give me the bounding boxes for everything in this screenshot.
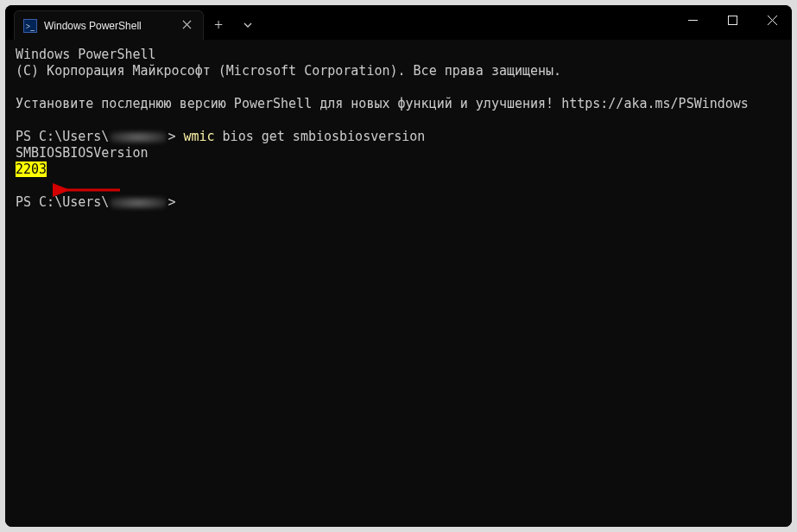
t-line-4: Установите последнюю версию PowerShell д… <box>16 96 749 111</box>
svg-rect-4 <box>728 16 737 24</box>
tab-powershell[interactable]: >_ Windows PowerShell <box>14 10 204 40</box>
command-args: bios get smbiosbiosversion <box>215 129 426 144</box>
terminal-area[interactable]: Windows PowerShell (C) Корпорация Майкро… <box>5 40 792 527</box>
t-line-2: (C) Корпорация Майкрософт (Microsoft Cor… <box>16 63 561 79</box>
redacted-username <box>111 131 166 143</box>
prompt2-prefix: PS C:\Users\ <box>16 194 109 210</box>
screenshot-frame: >_ Windows PowerShell + <box>0 0 797 532</box>
new-tab-button[interactable]: + <box>204 10 233 40</box>
redacted-username-2 <box>111 197 166 209</box>
svg-text:>_: >_ <box>26 21 35 30</box>
close-tab-icon[interactable] <box>179 19 194 33</box>
tab-title: Windows PowerShell <box>44 20 172 32</box>
maximize-button[interactable] <box>712 5 752 35</box>
window-controls <box>673 5 792 35</box>
prompt-prefix: PS C:\Users\ <box>16 129 109 144</box>
output-value-highlighted: 2203 <box>16 162 47 177</box>
tab-dropdown-button[interactable] <box>233 10 263 40</box>
output-header: SMBIOSBIOSVersion <box>16 145 149 161</box>
prompt2-suffix: > <box>168 194 175 210</box>
close-window-button[interactable] <box>752 5 792 35</box>
t-line-1: Windows PowerShell <box>16 47 156 62</box>
terminal-window: >_ Windows PowerShell + <box>5 5 792 527</box>
titlebar: >_ Windows PowerShell + <box>5 5 792 40</box>
command-keyword: wmic <box>183 129 214 144</box>
prompt-suffix: > <box>168 129 183 144</box>
minimize-button[interactable] <box>673 5 712 35</box>
powershell-icon: >_ <box>23 19 37 33</box>
